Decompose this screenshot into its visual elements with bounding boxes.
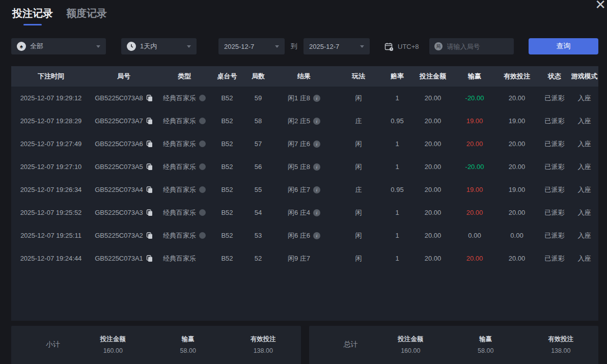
cell-bet-amount: 20.00 [411, 140, 454, 148]
cell-game-mode: 入座 [570, 162, 598, 172]
time-range-select[interactable]: 1天内 [121, 38, 197, 54]
result-info-icon[interactable]: i [313, 118, 320, 125]
cell-win-loss: 20.00 [454, 140, 495, 148]
result-info-icon[interactable]: i [313, 141, 320, 148]
cell-odds: 1 [383, 163, 411, 171]
cell-bet-amount: 20.00 [411, 186, 454, 193]
cell-game-mode: 入座 [570, 231, 598, 240]
subtotal-panel: 小计 投注金额 160.00 输赢 58.00 有效投注 138.00 [11, 326, 301, 364]
cell-round-id: GB5225C073A3 [91, 209, 157, 216]
cell-status: 已派彩 [539, 208, 570, 217]
cell-result: 闲5 庄8 i [274, 162, 334, 172]
col-win-loss: 输赢 [454, 72, 495, 81]
record-tabs: 投注记录 额度记录 [12, 7, 107, 25]
cell-bet-time: 2025-12-07 19:27:10 [11, 163, 91, 171]
copy-icon[interactable] [146, 255, 153, 262]
result-info-icon[interactable]: i [313, 186, 320, 193]
subtotal-valid-bet: 有效投注 138.00 [226, 335, 301, 354]
date-from-picker[interactable]: 2025-12-7 [218, 38, 285, 54]
cell-round-id: GB5225C073A4 [91, 186, 157, 193]
cell-result: 闲6 庄7 i [274, 185, 334, 194]
cell-round-id: GB5225C073A1 [91, 255, 157, 262]
result-info-icon[interactable]: i [313, 95, 320, 102]
copy-icon[interactable] [146, 95, 153, 101]
result-info-icon[interactable]: i [313, 209, 320, 216]
cell-play: 庄 [334, 185, 383, 194]
round-search-input[interactable] [446, 42, 509, 51]
col-status: 状态 [539, 72, 570, 81]
cell-result: 闲6 庄4 i [274, 208, 334, 217]
cell-valid-bet: 20.00 [495, 140, 539, 148]
cell-result: 闲2 庄5 i [274, 117, 334, 126]
cell-valid-bet: 19.00 [495, 117, 539, 125]
cell-bet-time: 2025-12-07 19:28:29 [11, 117, 91, 125]
cell-table-no: B52 [212, 186, 242, 193]
table-row: 2025-12-07 19:26:34 GB5225C073A4 经典百家乐 B… [11, 178, 598, 201]
cell-bet-amount: 20.00 [411, 255, 454, 262]
cell-valid-bet: 20.00 [495, 209, 539, 216]
copy-icon[interactable] [146, 141, 153, 147]
clock-icon [127, 42, 136, 51]
cell-bet-time: 2025-12-07 19:25:52 [11, 209, 91, 216]
copy-icon[interactable] [146, 186, 153, 193]
cell-bet-time: 2025-12-07 19:26:34 [11, 186, 91, 193]
cell-odds: 1 [383, 94, 411, 102]
cell-type: 经典百家乐 [157, 231, 212, 240]
cell-game-mode: 入座 [570, 139, 598, 149]
cell-result: 闲7 庄6 i [274, 139, 334, 149]
tab-quota-records[interactable]: 额度记录 [66, 7, 107, 25]
cell-status: 已派彩 [539, 139, 570, 149]
col-table-no: 桌台号 [212, 72, 242, 81]
table-body: 2025-12-07 19:29:12 GB5225C073A8 经典百家乐 B… [11, 87, 598, 270]
tab-bet-records-label: 投注记录 [12, 8, 53, 19]
table-row: 2025-12-07 19:24:44 GB5225C073A1 经典百家乐 B… [11, 247, 598, 270]
cell-round-no: 55 [242, 186, 274, 193]
round-icon: 局 [434, 42, 443, 50]
tab-bet-records[interactable]: 投注记录 [12, 7, 53, 25]
cell-round-id: GB5225C073A8 [91, 94, 157, 102]
cell-game-mode: 入座 [570, 117, 598, 126]
cell-round-id: GB5225C073A6 [91, 140, 157, 148]
query-button[interactable]: 查询 [529, 38, 598, 54]
copy-icon[interactable] [146, 232, 153, 239]
cell-status: 已派彩 [539, 185, 570, 194]
subtotal-label: 小计 [46, 340, 60, 349]
copy-icon[interactable] [146, 209, 153, 216]
game-type-icon [199, 186, 206, 193]
cell-play: 闲 [334, 162, 383, 172]
result-info-icon[interactable]: i [313, 232, 320, 239]
cell-round-no: 57 [242, 140, 274, 148]
game-type-icon [199, 95, 206, 101]
cell-round-id: GB5225C073A7 [91, 117, 157, 125]
timezone-label: UTC+8 [398, 43, 419, 50]
cell-win-loss: 20.00 [454, 255, 495, 262]
close-icon[interactable]: ✕ [595, 0, 606, 13]
date-to-picker[interactable]: 2025-12-7 [304, 38, 370, 54]
filter-bar: ♠ 全部 1天内 2025-12-7 到 2025-12-7 UTC [11, 38, 598, 54]
tab-quota-records-label: 额度记录 [66, 8, 107, 19]
total-bet-amount: 投注金额 160.00 [373, 335, 449, 354]
cell-valid-bet: 20.00 [495, 255, 539, 262]
cell-valid-bet: 20.00 [495, 94, 539, 102]
cell-round-id: GB5225C073A5 [91, 163, 157, 171]
cell-win-loss: -20.00 [454, 94, 495, 102]
cell-round-no: 54 [242, 209, 274, 216]
subtotal-bet-amount: 投注金额 160.00 [75, 335, 151, 354]
table-row: 2025-12-07 19:27:49 GB5225C073A6 经典百家乐 B… [11, 132, 598, 155]
cell-table-no: B52 [212, 209, 242, 216]
cell-type: 经典百家乐 [157, 117, 212, 126]
cell-bet-time: 2025-12-07 19:24:44 [11, 255, 91, 262]
cell-result: 闲9 庄7 i [274, 254, 334, 263]
cell-round-no: 52 [242, 255, 274, 262]
total-valid-bet: 有效投注 138.00 [523, 335, 599, 354]
cell-win-loss: 20.00 [454, 209, 495, 216]
copy-icon[interactable] [146, 118, 153, 124]
cell-bet-amount: 20.00 [411, 94, 454, 102]
cell-odds: 1 [383, 140, 411, 148]
table-row: 2025-12-07 19:25:52 GB5225C073A3 经典百家乐 B… [11, 201, 598, 224]
cell-result: 闲6 庄6 i [274, 231, 334, 240]
cell-odds: 1 [383, 255, 411, 262]
game-type-select[interactable]: ♠ 全部 [11, 38, 106, 54]
copy-icon[interactable] [146, 163, 153, 170]
result-info-icon[interactable]: i [313, 163, 320, 171]
